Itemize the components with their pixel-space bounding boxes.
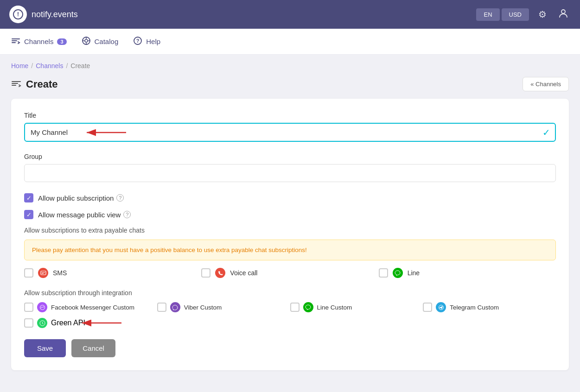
breadcrumb-current: Create xyxy=(70,62,90,70)
allow-message-public-view-label: Allow message public view ? xyxy=(38,211,131,219)
create-icon xyxy=(11,78,21,90)
allow-public-subscription-label: Allow public subscription ? xyxy=(38,194,124,202)
fb-messenger-option: Facebook Messenger Custom xyxy=(24,302,157,312)
language-button[interactable]: EN xyxy=(476,8,499,21)
sms-option: SMS xyxy=(24,268,201,278)
viber-custom-checkbox[interactable] xyxy=(157,303,166,312)
viber-icon xyxy=(170,302,180,312)
nav-channels[interactable]: Channels 3 xyxy=(11,35,67,48)
app-name: notify.events xyxy=(32,10,78,19)
group-input[interactable] xyxy=(24,164,556,182)
line-option: Line xyxy=(379,268,556,278)
cancel-button[interactable]: Cancel xyxy=(71,339,115,357)
payable-chats-grid: SMS Voice call Line xyxy=(24,268,556,278)
extra-payable-label: Allow subscriptions to extra payable cha… xyxy=(24,227,556,234)
main-nav: Channels 3 Catalog ? Help xyxy=(0,29,580,55)
telegram-icon xyxy=(436,302,446,312)
channels-label: Channels xyxy=(24,38,53,45)
page-title-text: Create xyxy=(26,78,57,90)
nav-catalog[interactable]: Catalog xyxy=(82,34,119,49)
breadcrumb-home[interactable]: Home xyxy=(11,62,28,70)
back-to-channels-button[interactable]: « Channels xyxy=(523,77,569,91)
logo: ! notify.events xyxy=(9,6,78,23)
fb-messenger-checkbox[interactable] xyxy=(24,303,33,312)
viber-custom-label: Viber Custom xyxy=(184,304,222,311)
catalog-label: Catalog xyxy=(95,38,119,45)
line-custom-option: Line Custom xyxy=(290,302,423,312)
create-channel-card: Title ✓ Group ✓ Allow public subscriptio… xyxy=(11,99,569,370)
voice-call-checkbox[interactable] xyxy=(201,268,210,278)
integration-section: Allow subscription through integration F… xyxy=(24,289,556,328)
line-custom-icon xyxy=(303,302,313,312)
currency-button[interactable]: USD xyxy=(502,8,529,21)
green-api-icon xyxy=(37,318,47,328)
gear-icon: ⚙ xyxy=(538,9,547,19)
breadcrumb: Home / Channels / Create xyxy=(0,55,580,73)
allow-message-public-view-row: ✓ Allow message public view ? xyxy=(24,210,556,219)
channels-badge: 3 xyxy=(57,38,66,45)
integration-label: Allow subscription through integration xyxy=(24,289,556,297)
sms-label: SMS xyxy=(53,269,67,277)
fb-messenger-label: Facebook Messenger Custom xyxy=(51,304,134,311)
settings-button[interactable]: ⚙ xyxy=(536,7,548,22)
user-icon xyxy=(558,11,569,21)
help-icon: ? xyxy=(133,36,142,47)
catalog-icon xyxy=(82,36,91,47)
line-icon xyxy=(393,268,403,278)
checkmark-icon: ✓ xyxy=(542,127,550,138)
form-buttons: Save Cancel xyxy=(24,339,556,357)
svg-text:?: ? xyxy=(136,38,140,44)
language-currency-group: EN USD xyxy=(476,8,529,21)
help-icon-message-view[interactable]: ? xyxy=(123,211,131,218)
title-field-group: Title ✓ xyxy=(24,112,556,142)
telegram-custom-checkbox[interactable] xyxy=(423,303,432,312)
svg-text:!: ! xyxy=(17,11,19,18)
help-icon-public-subscription[interactable]: ? xyxy=(116,194,124,202)
viber-custom-option: Viber Custom xyxy=(157,302,290,312)
page-title: Create xyxy=(11,78,57,90)
logo-icon: ! xyxy=(9,6,27,23)
svg-point-4 xyxy=(85,39,88,42)
integration-grid: Facebook Messenger Custom Viber Custom xyxy=(24,302,556,312)
voice-call-label: Voice call xyxy=(230,269,257,277)
line-custom-checkbox[interactable] xyxy=(290,303,300,312)
title-input-container: ✓ xyxy=(24,123,556,142)
svg-point-2 xyxy=(561,10,565,13)
save-button[interactable]: Save xyxy=(24,339,66,357)
title-label: Title xyxy=(24,112,556,119)
allow-message-public-view-checkbox[interactable]: ✓ xyxy=(24,210,33,219)
allow-public-subscription-row: ✓ Allow public subscription ? xyxy=(24,193,556,202)
green-api-checkbox[interactable] xyxy=(24,318,33,328)
breadcrumb-channels[interactable]: Channels xyxy=(36,62,63,70)
sms-icon xyxy=(38,268,48,278)
user-profile-button[interactable] xyxy=(556,6,571,23)
allow-public-subscription-checkbox[interactable]: ✓ xyxy=(24,193,33,202)
extra-payable-section: Allow subscriptions to extra payable cha… xyxy=(24,227,556,278)
header-controls: EN USD ⚙ xyxy=(476,6,571,23)
sms-checkbox[interactable] xyxy=(24,268,33,278)
group-label: Group xyxy=(24,153,556,160)
telegram-custom-option: Telegram Custom xyxy=(423,302,556,312)
green-api-row: Green API xyxy=(24,318,556,328)
fb-messenger-icon xyxy=(37,302,47,312)
line-custom-label: Line Custom xyxy=(317,304,352,311)
channels-icon xyxy=(11,37,20,46)
warning-box: Please pay attention that you must have … xyxy=(24,240,556,260)
line-label: Line xyxy=(408,269,420,277)
telegram-custom-label: Telegram Custom xyxy=(450,304,499,311)
header: ! notify.events EN USD ⚙ xyxy=(0,0,580,29)
voice-call-option: Voice call xyxy=(201,268,378,278)
help-label: Help xyxy=(146,38,160,45)
page-header: Create « Channels xyxy=(0,73,580,99)
line-checkbox[interactable] xyxy=(379,268,388,278)
arrow-annotation-greenapi xyxy=(77,316,124,329)
arrow-annotation-title xyxy=(82,126,128,139)
group-field-group: Group xyxy=(24,153,556,182)
voice-call-icon xyxy=(215,268,225,278)
nav-help[interactable]: ? Help xyxy=(133,34,160,49)
